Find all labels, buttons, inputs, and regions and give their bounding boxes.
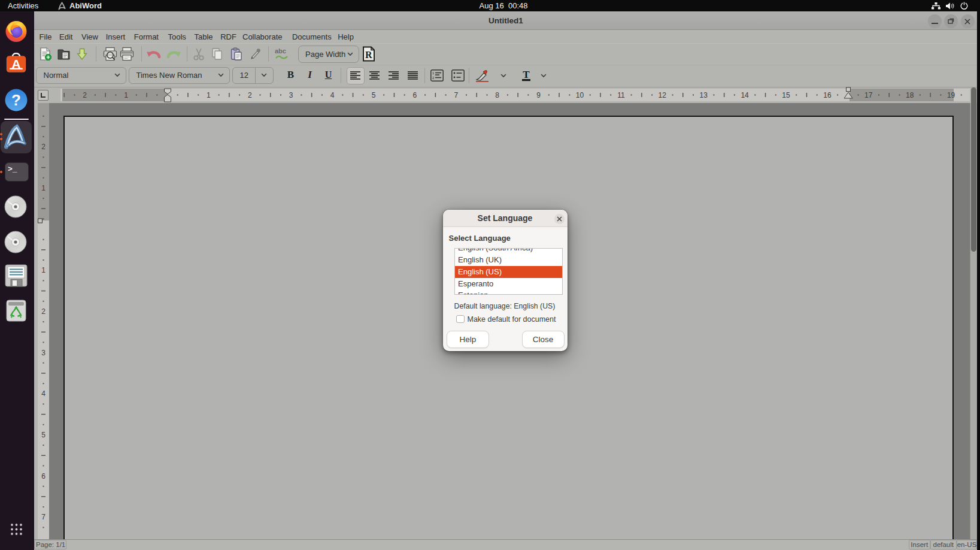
svg-text:6: 6 [413,91,417,99]
svg-text:18: 18 [906,91,914,99]
svg-text:16: 16 [823,91,832,99]
svg-text:1: 1 [124,91,128,99]
svg-text:1: 1 [207,91,211,99]
svg-text:7: 7 [41,513,45,521]
svg-text:5: 5 [41,431,45,439]
svg-text:10: 10 [576,91,584,99]
svg-text:13: 13 [700,91,708,99]
svg-text:7: 7 [454,91,458,99]
svg-text:2: 2 [83,91,87,99]
svg-text:abc: abc [275,47,286,55]
svg-text:2: 2 [41,143,45,151]
svg-text:6: 6 [41,472,45,481]
svg-text:1: 1 [432,71,435,75]
svg-text:4: 4 [330,91,335,99]
svg-text:8: 8 [495,91,499,99]
svg-text:15: 15 [782,91,790,99]
svg-text:R: R [365,50,372,60]
svg-text:2: 2 [248,91,252,99]
svg-text:3: 3 [289,91,293,99]
svg-text:4: 4 [41,389,45,398]
svg-text:12: 12 [659,91,667,99]
svg-text:2: 2 [41,307,45,316]
svg-text:5: 5 [372,91,376,99]
svg-text:T: T [523,69,530,80]
svg-text:>_: >_ [8,165,17,174]
svg-text:11: 11 [617,91,625,99]
svg-text:1: 1 [41,266,45,274]
svg-text:1: 1 [41,184,45,192]
svg-text:3: 3 [41,349,45,357]
svg-text:2: 2 [432,76,435,80]
svg-text:19: 19 [947,91,955,99]
svg-text:17: 17 [864,91,873,99]
svg-text:9: 9 [536,91,541,99]
svg-text:14: 14 [741,91,749,99]
svg-text:?: ? [11,91,21,109]
